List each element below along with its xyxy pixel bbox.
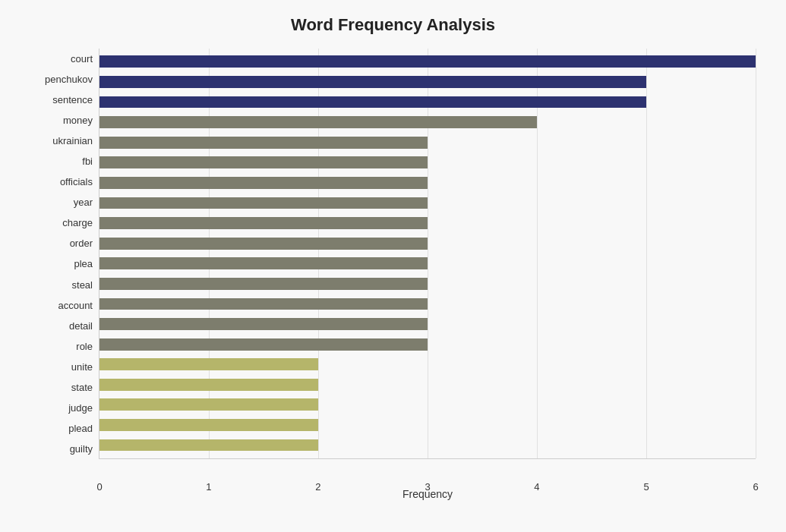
y-label: guilty [70,444,93,454]
y-label: state [71,382,93,392]
bar [99,197,428,209]
y-label: officials [60,177,93,187]
bar [99,278,428,290]
bar [99,116,537,128]
y-label: court [71,54,93,64]
y-label: detail [69,321,93,331]
bar-row [99,173,756,194]
bar-row [99,193,756,213]
grid-line [756,49,756,458]
bar-row [99,435,756,455]
bar-row [99,294,756,314]
y-label: penchukov [45,74,93,84]
bar [99,358,318,370]
y-label: order [70,238,93,248]
plot-area: 0123456 Frequency [99,49,756,459]
bar-row [99,153,756,173]
bar-row [99,92,756,112]
bar-row [99,274,756,294]
bar-row [99,395,756,415]
bar [99,96,646,109]
y-label: money [63,115,93,125]
y-label: steal [72,280,93,290]
y-label: charge [62,218,93,228]
bar [99,318,428,330]
bar [99,398,318,411]
bar-row [99,415,756,436]
bar-row [99,354,756,375]
bar [99,177,428,189]
bar-row [99,233,756,253]
bar-row [99,253,756,274]
chart-title: Word Frequency Analysis [30,15,756,35]
bar [99,298,428,310]
y-label: plea [74,259,93,269]
bar [99,338,428,351]
bar [99,156,428,168]
y-label: unite [71,362,93,372]
y-label: account [58,301,93,310]
chart-container: Word Frequency Analysis courtpenchukovse… [0,0,786,532]
bar-row [99,72,756,93]
bar-row [99,375,756,395]
bar-row [99,334,756,354]
bar [99,439,318,452]
bar-row [99,52,756,72]
bar-row [99,314,756,335]
y-label: sentence [52,95,93,105]
chart-area: courtpenchukovsentencemoneyukrainianfbio… [30,49,756,459]
bars-container [99,49,756,458]
bar-row [99,112,756,133]
bar [99,76,646,88]
y-label: fbi [82,156,93,166]
bar [99,137,428,149]
bar [99,238,428,250]
bar [99,419,318,431]
bar [99,217,428,229]
y-label: judge [68,403,93,413]
x-axis-title: Frequency [99,488,756,500]
y-label: ukrainian [52,136,93,146]
y-axis: courtpenchukovsentencemoneyukrainianfbio… [30,49,99,459]
bar [99,257,428,269]
bar-row [99,132,756,153]
bar [99,379,318,391]
y-label: plead [68,423,93,433]
bar-row [99,213,756,234]
y-label: role [76,342,93,351]
bar [99,55,756,68]
y-label: year [74,197,93,207]
